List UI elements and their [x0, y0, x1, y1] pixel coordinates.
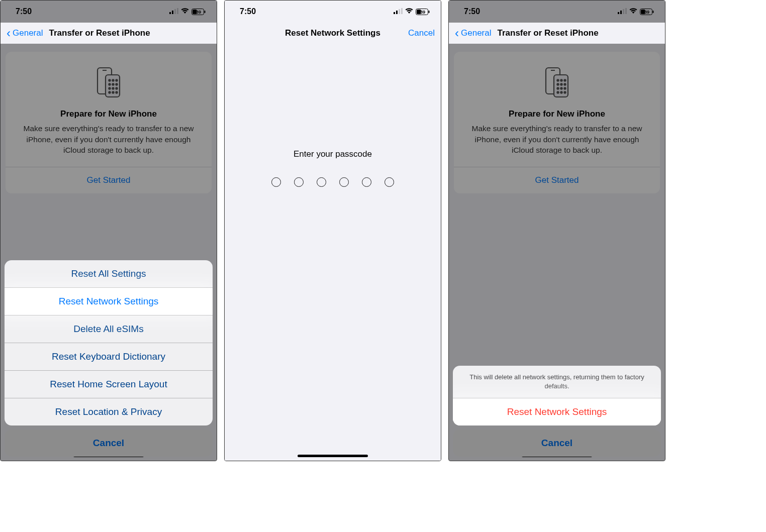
svg-text:39: 39 — [644, 10, 649, 15]
svg-point-53 — [564, 91, 565, 93]
screen-confirm-reset: 7:50 39 ‹ General Transfer or Reset iPho… — [448, 0, 665, 461]
status-bar: 7:50 39 — [1, 1, 217, 23]
svg-point-43 — [560, 79, 562, 81]
wifi-icon — [405, 7, 413, 16]
home-indicator[interactable] — [298, 455, 368, 457]
nav-bar: ‹ General Transfer or Reset iPhone — [449, 23, 665, 44]
passcode-entry: Enter your passcode — [225, 44, 441, 461]
passcode-dot — [362, 177, 371, 187]
prepare-title: Prepare for New iPhone — [15, 109, 203, 119]
svg-rect-30 — [429, 11, 430, 13]
sheet-reset-keyboard[interactable]: Reset Keyboard Dictionary — [5, 343, 213, 371]
nav-bar: ‹ General Transfer or Reset iPhone — [1, 23, 217, 44]
sheet-cancel-button[interactable]: Cancel — [453, 430, 661, 457]
passcode-dot — [317, 177, 326, 187]
svg-point-21 — [112, 91, 114, 93]
sheet-cancel-button[interactable]: Cancel — [5, 430, 213, 457]
wifi-icon — [181, 7, 189, 16]
svg-rect-23 — [394, 12, 395, 14]
sheet-delete-esims[interactable]: Delete All eSIMs — [5, 315, 213, 343]
back-button[interactable]: ‹ General — [7, 27, 43, 39]
passcode-dot — [385, 177, 394, 187]
svg-point-44 — [564, 79, 565, 81]
svg-point-15 — [112, 83, 114, 85]
cellular-icon — [169, 7, 178, 16]
prepare-card: Prepare for New iPhone Make sure everyth… — [454, 52, 660, 193]
prepare-desc: Make sure everything's ready to transfer… — [463, 123, 651, 156]
svg-rect-34 — [625, 8, 627, 14]
wifi-icon — [629, 7, 637, 16]
clock: 7:50 — [464, 7, 480, 16]
svg-point-51 — [557, 91, 558, 93]
svg-point-19 — [116, 87, 117, 89]
svg-rect-24 — [396, 11, 398, 14]
back-button[interactable]: ‹ General — [455, 27, 491, 39]
svg-point-13 — [116, 79, 117, 81]
status-bar: 7:50 39 — [225, 1, 441, 23]
cellular-icon — [394, 7, 403, 16]
svg-point-46 — [560, 83, 562, 85]
passcode-dot — [339, 177, 349, 187]
svg-point-22 — [116, 91, 117, 93]
sheet-reset-network[interactable]: Reset Network Settings — [5, 288, 213, 315]
cancel-button[interactable]: Cancel — [408, 28, 435, 38]
svg-point-12 — [112, 79, 114, 81]
passcode-dot — [271, 177, 281, 187]
prepare-title: Prepare for New iPhone — [463, 109, 651, 119]
svg-point-17 — [109, 87, 110, 89]
page-title: Reset Network Settings — [285, 28, 380, 38]
svg-point-20 — [109, 91, 110, 93]
battery-icon: 39 — [191, 9, 206, 15]
svg-rect-32 — [620, 11, 622, 14]
devices-icon — [15, 64, 203, 100]
svg-point-18 — [112, 87, 114, 89]
screen-passcode: 7:50 39 Reset Network Settings Cancel En… — [224, 0, 441, 461]
svg-point-48 — [557, 87, 558, 89]
confirm-action-sheet: This will delete all network settings, r… — [453, 366, 661, 457]
svg-point-49 — [560, 87, 562, 89]
svg-rect-1 — [172, 11, 173, 14]
back-label: General — [13, 28, 43, 38]
svg-point-11 — [109, 79, 110, 81]
svg-point-50 — [564, 87, 565, 89]
svg-point-42 — [557, 79, 558, 81]
sheet-message: This will delete all network settings, r… — [453, 366, 661, 398]
sheet-reset-all[interactable]: Reset All Settings — [5, 260, 213, 288]
back-label: General — [461, 28, 491, 38]
svg-rect-33 — [623, 9, 624, 14]
prepare-desc: Make sure everything's ready to transfer… — [15, 123, 203, 156]
svg-rect-26 — [401, 8, 403, 14]
svg-point-16 — [116, 83, 117, 85]
svg-rect-0 — [169, 12, 171, 14]
passcode-dot — [294, 177, 304, 187]
passcode-prompt: Enter your passcode — [294, 149, 372, 159]
reset-action-sheet: Reset All Settings Reset Network Setting… — [5, 260, 213, 457]
sheet-reset-home[interactable]: Reset Home Screen Layout — [5, 371, 213, 398]
sheet-reset-location[interactable]: Reset Location & Privacy — [5, 398, 213, 425]
svg-rect-7 — [205, 11, 206, 13]
cellular-icon — [618, 7, 627, 16]
get-started-button[interactable]: Get Started — [15, 167, 203, 193]
svg-text:39: 39 — [196, 10, 201, 15]
page-title: Transfer or Reset iPhone — [497, 28, 598, 38]
svg-rect-3 — [177, 8, 178, 14]
passcode-dots[interactable] — [271, 177, 394, 187]
svg-point-14 — [109, 83, 110, 85]
chevron-left-icon: ‹ — [7, 27, 11, 39]
sheet-confirm-reset[interactable]: Reset Network Settings — [453, 398, 661, 425]
svg-rect-31 — [618, 12, 619, 14]
svg-point-45 — [557, 83, 558, 85]
devices-icon — [463, 64, 651, 100]
prepare-card: Prepare for New iPhone Make sure everyth… — [6, 52, 212, 193]
clock: 7:50 — [240, 7, 256, 16]
clock: 7:50 — [16, 7, 32, 16]
svg-rect-2 — [174, 9, 176, 14]
svg-point-47 — [564, 83, 565, 85]
get-started-button[interactable]: Get Started — [463, 167, 651, 193]
svg-rect-38 — [653, 11, 654, 13]
chevron-left-icon: ‹ — [455, 27, 459, 39]
nav-bar: Reset Network Settings Cancel — [225, 23, 441, 44]
screen-reset-options: 7:50 39 ‹ General Transfer or Reset iPho… — [0, 0, 217, 461]
svg-point-52 — [560, 91, 562, 93]
battery-icon: 39 — [416, 9, 430, 15]
